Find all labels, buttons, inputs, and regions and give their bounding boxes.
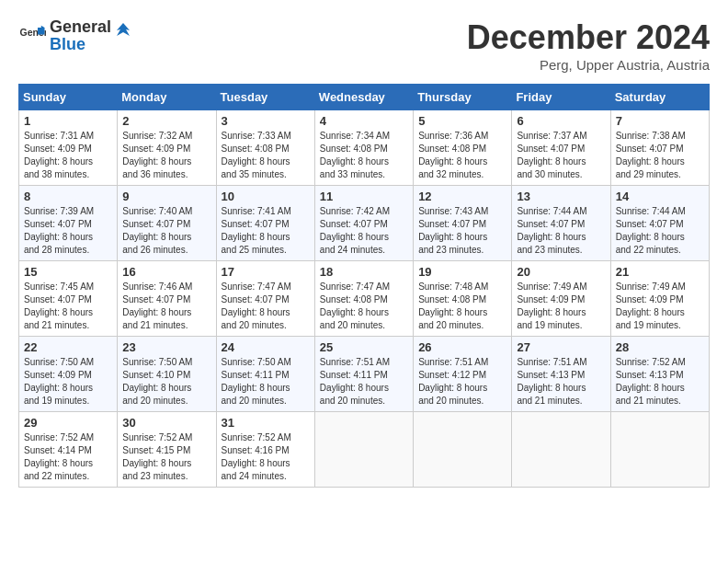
logo: General General Blue bbox=[18, 18, 133, 54]
calendar-cell: 30Sunrise: 7:52 AM Sunset: 4:15 PM Dayli… bbox=[118, 412, 216, 488]
day-info: Sunrise: 7:38 AM Sunset: 4:07 PM Dayligh… bbox=[616, 130, 704, 181]
day-info: Sunrise: 7:32 AM Sunset: 4:09 PM Dayligh… bbox=[122, 130, 210, 181]
day-info: Sunrise: 7:50 AM Sunset: 4:11 PM Dayligh… bbox=[222, 356, 310, 408]
calendar-cell: 9Sunrise: 7:40 AM Sunset: 4:07 PM Daylig… bbox=[118, 186, 216, 261]
day-number: 25 bbox=[320, 340, 408, 354]
calendar-cell: 5Sunrise: 7:36 AM Sunset: 4:08 PM Daylig… bbox=[414, 110, 512, 186]
day-number: 30 bbox=[122, 416, 210, 430]
col-sunday: Sunday bbox=[19, 85, 118, 110]
day-number: 10 bbox=[222, 190, 310, 203]
calendar-week-1: 1Sunrise: 7:31 AM Sunset: 4:09 PM Daylig… bbox=[19, 110, 710, 186]
location-title: Perg, Upper Austria, Austria bbox=[467, 57, 710, 73]
day-info: Sunrise: 7:48 AM Sunset: 4:08 PM Dayligh… bbox=[418, 281, 506, 332]
calendar-cell: 14Sunrise: 7:44 AM Sunset: 4:07 PM Dayli… bbox=[610, 186, 709, 261]
calendar-cell: 15Sunrise: 7:45 AM Sunset: 4:07 PM Dayli… bbox=[19, 261, 118, 337]
day-info: Sunrise: 7:37 AM Sunset: 4:07 PM Dayligh… bbox=[517, 130, 605, 181]
calendar-cell: 7Sunrise: 7:38 AM Sunset: 4:07 PM Daylig… bbox=[610, 110, 709, 186]
col-tuesday: Tuesday bbox=[216, 85, 314, 110]
day-number: 16 bbox=[122, 265, 210, 279]
calendar-cell: 3Sunrise: 7:33 AM Sunset: 4:08 PM Daylig… bbox=[216, 110, 314, 186]
month-title: December 2024 bbox=[467, 18, 710, 57]
calendar-cell: 21Sunrise: 7:49 AM Sunset: 4:09 PM Dayli… bbox=[610, 261, 709, 337]
header-row: Sunday Monday Tuesday Wednesday Thursday… bbox=[19, 85, 710, 110]
logo-icon: General bbox=[18, 22, 46, 50]
calendar-cell: 24Sunrise: 7:50 AM Sunset: 4:11 PM Dayli… bbox=[216, 337, 314, 412]
day-info: Sunrise: 7:50 AM Sunset: 4:09 PM Dayligh… bbox=[24, 356, 112, 408]
day-info: Sunrise: 7:51 AM Sunset: 4:11 PM Dayligh… bbox=[320, 356, 408, 408]
day-number: 7 bbox=[616, 114, 704, 128]
calendar-week-3: 15Sunrise: 7:45 AM Sunset: 4:07 PM Dayli… bbox=[19, 261, 710, 337]
day-info: Sunrise: 7:47 AM Sunset: 4:08 PM Dayligh… bbox=[320, 281, 408, 332]
day-number: 24 bbox=[222, 340, 310, 354]
day-number: 9 bbox=[122, 190, 210, 203]
calendar-cell: 13Sunrise: 7:44 AM Sunset: 4:07 PM Dayli… bbox=[512, 186, 610, 261]
day-number: 27 bbox=[517, 340, 605, 354]
day-info: Sunrise: 7:39 AM Sunset: 4:07 PM Dayligh… bbox=[24, 205, 112, 257]
day-info: Sunrise: 7:51 AM Sunset: 4:13 PM Dayligh… bbox=[517, 356, 605, 408]
calendar-cell: 25Sunrise: 7:51 AM Sunset: 4:11 PM Dayli… bbox=[314, 337, 413, 412]
day-number: 21 bbox=[616, 265, 704, 279]
day-info: Sunrise: 7:31 AM Sunset: 4:09 PM Dayligh… bbox=[24, 130, 112, 181]
calendar-table: Sunday Monday Tuesday Wednesday Thursday… bbox=[18, 84, 710, 488]
day-info: Sunrise: 7:46 AM Sunset: 4:07 PM Dayligh… bbox=[122, 281, 210, 332]
day-number: 2 bbox=[122, 114, 210, 128]
calendar-cell: 4Sunrise: 7:34 AM Sunset: 4:08 PM Daylig… bbox=[314, 110, 413, 186]
day-number: 23 bbox=[122, 340, 210, 354]
day-number: 26 bbox=[418, 340, 506, 354]
day-number: 6 bbox=[517, 114, 605, 128]
day-number: 1 bbox=[24, 114, 112, 128]
day-number: 3 bbox=[222, 114, 310, 128]
day-info: Sunrise: 7:45 AM Sunset: 4:07 PM Dayligh… bbox=[24, 281, 112, 332]
day-number: 4 bbox=[320, 114, 408, 128]
page-container: General General Blue December 2024 Perg,… bbox=[18, 18, 710, 488]
day-info: Sunrise: 7:44 AM Sunset: 4:07 PM Dayligh… bbox=[517, 205, 605, 257]
calendar-cell bbox=[414, 412, 512, 488]
day-number: 13 bbox=[517, 190, 605, 203]
calendar-cell: 23Sunrise: 7:50 AM Sunset: 4:10 PM Dayli… bbox=[118, 337, 216, 412]
calendar-cell: 18Sunrise: 7:47 AM Sunset: 4:08 PM Dayli… bbox=[314, 261, 413, 337]
day-number: 19 bbox=[418, 265, 506, 279]
day-info: Sunrise: 7:33 AM Sunset: 4:08 PM Dayligh… bbox=[222, 130, 310, 181]
col-monday: Monday bbox=[118, 85, 216, 110]
col-friday: Friday bbox=[512, 85, 610, 110]
calendar-cell: 17Sunrise: 7:47 AM Sunset: 4:07 PM Dayli… bbox=[216, 261, 314, 337]
calendar-cell bbox=[512, 412, 610, 488]
calendar-cell: 19Sunrise: 7:48 AM Sunset: 4:08 PM Dayli… bbox=[414, 261, 512, 337]
day-info: Sunrise: 7:40 AM Sunset: 4:07 PM Dayligh… bbox=[122, 205, 210, 257]
day-info: Sunrise: 7:52 AM Sunset: 4:13 PM Dayligh… bbox=[616, 356, 704, 408]
calendar-cell: 26Sunrise: 7:51 AM Sunset: 4:12 PM Dayli… bbox=[414, 337, 512, 412]
header: General General Blue December 2024 Perg,… bbox=[18, 18, 710, 73]
day-number: 14 bbox=[616, 190, 704, 203]
calendar-cell: 1Sunrise: 7:31 AM Sunset: 4:09 PM Daylig… bbox=[19, 110, 118, 186]
day-info: Sunrise: 7:49 AM Sunset: 4:09 PM Dayligh… bbox=[517, 281, 605, 332]
calendar-cell: 20Sunrise: 7:49 AM Sunset: 4:09 PM Dayli… bbox=[512, 261, 610, 337]
day-info: Sunrise: 7:52 AM Sunset: 4:16 PM Dayligh… bbox=[222, 431, 310, 483]
logo-blue-text: Blue bbox=[50, 36, 133, 54]
day-number: 15 bbox=[24, 265, 112, 279]
day-info: Sunrise: 7:52 AM Sunset: 4:14 PM Dayligh… bbox=[24, 431, 112, 483]
calendar-cell: 12Sunrise: 7:43 AM Sunset: 4:07 PM Dayli… bbox=[414, 186, 512, 261]
day-info: Sunrise: 7:41 AM Sunset: 4:07 PM Dayligh… bbox=[222, 205, 310, 257]
title-section: December 2024 Perg, Upper Austria, Austr… bbox=[467, 18, 710, 73]
day-number: 31 bbox=[222, 416, 310, 430]
day-number: 20 bbox=[517, 265, 605, 279]
calendar-cell: 6Sunrise: 7:37 AM Sunset: 4:07 PM Daylig… bbox=[512, 110, 610, 186]
day-info: Sunrise: 7:47 AM Sunset: 4:07 PM Dayligh… bbox=[222, 281, 310, 332]
day-info: Sunrise: 7:49 AM Sunset: 4:09 PM Dayligh… bbox=[616, 281, 704, 332]
day-info: Sunrise: 7:51 AM Sunset: 4:12 PM Dayligh… bbox=[418, 356, 506, 408]
day-number: 28 bbox=[616, 340, 704, 354]
calendar-cell: 29Sunrise: 7:52 AM Sunset: 4:14 PM Dayli… bbox=[19, 412, 118, 488]
day-info: Sunrise: 7:44 AM Sunset: 4:07 PM Dayligh… bbox=[616, 205, 704, 257]
calendar-cell: 2Sunrise: 7:32 AM Sunset: 4:09 PM Daylig… bbox=[118, 110, 216, 186]
day-number: 8 bbox=[24, 190, 112, 203]
calendar-week-4: 22Sunrise: 7:50 AM Sunset: 4:09 PM Dayli… bbox=[19, 337, 710, 412]
calendar-cell: 8Sunrise: 7:39 AM Sunset: 4:07 PM Daylig… bbox=[19, 186, 118, 261]
col-wednesday: Wednesday bbox=[314, 85, 413, 110]
calendar-cell: 31Sunrise: 7:52 AM Sunset: 4:16 PM Dayli… bbox=[216, 412, 314, 488]
calendar-cell bbox=[610, 412, 709, 488]
calendar-cell: 28Sunrise: 7:52 AM Sunset: 4:13 PM Dayli… bbox=[610, 337, 709, 412]
col-saturday: Saturday bbox=[610, 85, 709, 110]
day-info: Sunrise: 7:42 AM Sunset: 4:07 PM Dayligh… bbox=[320, 205, 408, 257]
calendar-cell: 10Sunrise: 7:41 AM Sunset: 4:07 PM Dayli… bbox=[216, 186, 314, 261]
day-number: 18 bbox=[320, 265, 408, 279]
